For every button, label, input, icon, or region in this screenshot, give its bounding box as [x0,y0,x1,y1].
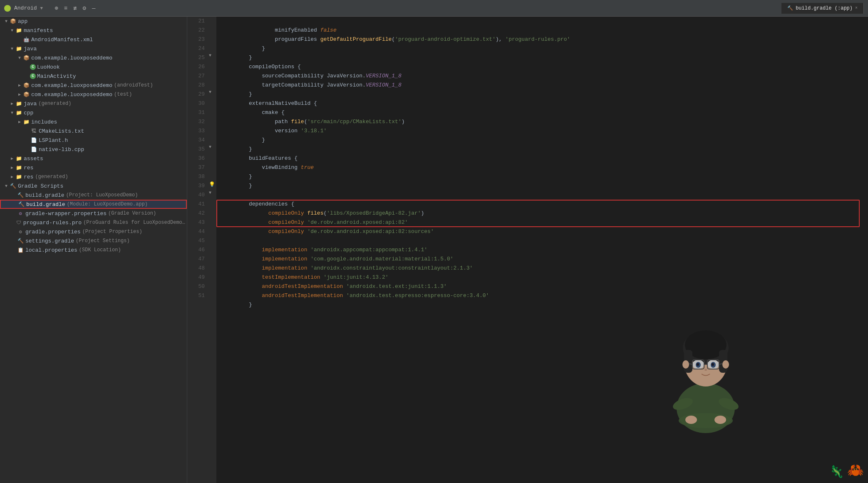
sidebar-item-build-gradle-project[interactable]: ▶ 🔨 build.gradle (Project: LuoXposedDemo… [0,191,187,200]
cmake-file-icon: 🏗 [30,128,37,134]
sidebar-item-app[interactable]: ▼ 📦 app [0,17,187,26]
code-line-23: } [216,35,868,44]
item-label-local-properties: local.properties [25,247,77,253]
code-line-33: } [216,126,868,136]
gradle-file-icon-project: 🔨 [17,192,24,198]
sidebar-item-manifests[interactable]: ▼ 📁 manifests [0,26,187,35]
minimize-icon[interactable]: — [92,5,95,12]
sidebar-item-java[interactable]: ▼ 📁 java [0,44,187,53]
svg-point-1 [671,396,694,412]
ln-51: 51 [191,291,205,300]
gradle-properties-icon: ⚙ [17,229,24,235]
tab-close-button[interactable]: × [855,6,858,10]
code-line-46: implementation 'com.google.android.mater… [216,245,868,255]
svg-point-9 [692,360,704,369]
bulb-icon-39[interactable]: 💡 [209,181,215,188]
fold-arrow-29[interactable]: ▼ [209,90,211,94]
fold-arrow-35[interactable]: ▼ [209,145,211,149]
item-label-mainactivity: MainActivity [37,73,76,79]
dropdown-arrow[interactable]: ▼ [40,6,43,11]
sidebar-item-cmakelists[interactable]: ▶ 🏗 CMakeLists.txt [0,126,187,136]
manifests-folder-icon: 📁 [15,27,22,34]
ln-23: 23 [191,35,205,44]
svg-point-21 [682,360,689,369]
xml-file-icon: 🤖 [22,37,30,43]
sidebar-item-gradle-properties[interactable]: ▶ ⚙ gradle.properties (Project Propertie… [0,227,187,236]
code-line-43: compileOnly 'de.robv.android.xposed:api:… [216,218,868,227]
fold-arrow-40[interactable]: ▼ [209,191,211,195]
code-line-37: } [216,163,868,172]
code-content[interactable]: minifyEnabled false proguardFiles getDef… [216,17,868,483]
sidebar-item-cpp[interactable]: ▼ 📁 cpp [0,108,187,117]
active-tab[interactable]: 🔨 build.gradle (:app) × [781,3,864,14]
settings-gradle-icon: 🔨 [17,238,24,244]
title-bar-left: Android ▼ ⊕ ≡ ≢ ⚙ — [4,5,95,12]
item-label-androidmanifest: AndroidManifest.xml [31,37,93,43]
package-icon: 📦 [22,55,30,61]
code-line-28: } [216,81,868,90]
arrow-res: ▶ [9,165,15,170]
code-line-24: } [216,44,868,53]
item-extra-res-generated: (generated) [35,174,68,180]
item-label-res-generated: res [24,174,33,180]
project-title[interactable]: Android [14,5,37,11]
sidebar-item-nativelib[interactable]: ▶ 📄 native-lib.cpp [0,145,187,154]
sidebar-item-assets[interactable]: ▶ 📁 assets [0,154,187,163]
fold-arrow-25[interactable]: ▼ [209,53,211,58]
svg-point-25 [714,416,726,424]
arrow-app: ▼ [3,19,9,24]
cpp-folder-icon: 📁 [15,110,22,116]
item-label-app: app [18,18,27,25]
proguard-icon: 🛡 [15,220,22,226]
code-line-38: } [216,172,868,181]
sidebar-item-build-gradle-app[interactable]: ▶ 🔨 build.gradle (Module: LuoXposedDemo.… [0,200,187,209]
target-icon[interactable]: ⊕ [55,5,58,12]
item-label-cpp: cpp [24,110,33,116]
ln-41: 41 [191,200,205,209]
title-bar: Android ▼ ⊕ ≡ ≢ ⚙ — 🔨 build.gradle (:app… [0,0,868,17]
sidebar-item-com-example-test[interactable]: ▶ 📦 com.example.luoxposeddemo (test) [0,90,187,99]
code-line-32: version '3.18.1' [216,117,868,126]
item-label-includes: includes [31,119,57,125]
sidebar-item-mainactivity[interactable]: ▶ C MainActivity [0,72,187,81]
ln-21: 21 [191,17,205,26]
code-line-47: implementation 'androidx.constraintlayou… [216,255,868,264]
code-line-34: } [216,136,868,145]
gradle-scripts-icon: 🔨 [9,183,17,189]
list-icon[interactable]: ≡ [64,5,67,12]
item-label-settings-gradle: settings.gradle [25,238,74,244]
sidebar-item-includes[interactable]: ▶ 📁 includes [0,117,187,126]
sidebar-item-androidmanifest[interactable]: ▶ 🤖 AndroidManifest.xml [0,35,187,44]
list2-icon[interactable]: ≢ [73,5,77,12]
gradle-wrapper-icon: ⚙ [17,211,24,217]
sidebar-item-res[interactable]: ▶ 📁 res [0,163,187,172]
code-editor: 21 22 23 24 25 26 27 28 29 30 31 32 33 3… [187,17,868,483]
item-extra-test: (test) [114,92,132,97]
sidebar-item-com-example[interactable]: ▼ 📦 com.example.luoxposeddemo [0,53,187,62]
sidebar-item-java-generated[interactable]: ▶ 📁 java (generated) [0,99,187,108]
ln-25: 25 [191,53,205,62]
sidebar-item-settings-gradle[interactable]: ▶ 🔨 settings.gradle (Project Settings) [0,236,187,245]
sidebar-item-luohook[interactable]: ▶ C LuoHook [0,62,187,72]
svg-point-22 [722,360,729,369]
svg-point-19 [712,363,714,366]
java-gen-folder-icon: 📁 [15,101,22,107]
sidebar-item-gradle-wrapper[interactable]: ▶ ⚙ gradle-wrapper.properties (Gradle Ve… [0,209,187,218]
item-label-manifests: manifests [24,27,53,34]
sidebar-item-res-generated[interactable]: ▶ 📁 res (generated) [0,172,187,181]
code-line-25: compileOptions { [216,53,868,62]
ln-43: 43 [191,218,205,227]
arrow-java: ▼ [9,47,15,51]
sidebar-item-com-example-androidtest[interactable]: ▶ 📦 com.example.luoxposeddemo (androidTe… [0,81,187,90]
sidebar-item-local-properties[interactable]: ▶ 📋 local.properties (SDK Location) [0,245,187,255]
gutter: ▼ ▼ ▼ ▼ 💡 [208,17,216,483]
androidtest-package-icon: 📦 [22,82,30,89]
file-tree-sidebar: ▼ 📦 app ▼ 📁 manifests ▶ 🤖 AndroidManifes… [0,17,187,483]
sidebar-item-proguard[interactable]: ▶ 🛡 proguard-rules.pro (ProGuard Rules f… [0,218,187,227]
item-label-assets: assets [24,156,43,162]
ln-36: 36 [191,154,205,163]
settings-icon[interactable]: ⚙ [83,5,86,12]
code-line-42: compileOnly 'de.robv.android.xposed:api:… [216,209,868,218]
sidebar-item-gradle-scripts[interactable]: ▼ 🔨 Gradle Scripts [0,181,187,191]
sidebar-item-lsplant[interactable]: ▶ 📄 LSPlant.h [0,136,187,145]
